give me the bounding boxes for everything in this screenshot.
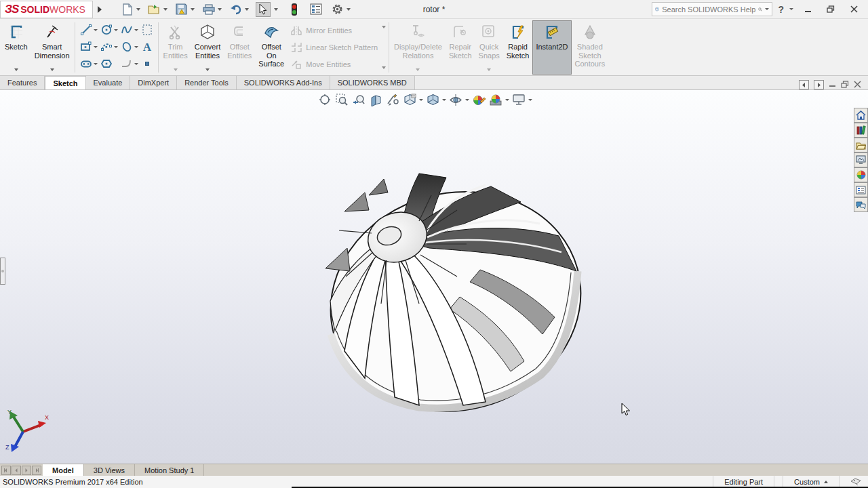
- hide-show-items-icon[interactable]: [448, 92, 463, 107]
- display-delete-relations-button[interactable]: Display/Delete Relations: [391, 20, 446, 75]
- appearances-scenes-icon[interactable]: [854, 167, 868, 182]
- interference-traffic-light-icon[interactable]: [287, 2, 302, 17]
- help-dropdown-caret[interactable]: [789, 8, 793, 10]
- view-settings-caret[interactable]: [528, 99, 532, 101]
- tab-solidworks-mbd[interactable]: SOLIDWORKS MBD: [330, 76, 415, 89]
- quick-snaps-flyout-caret[interactable]: [487, 68, 491, 71]
- view-orientation-caret[interactable]: [419, 99, 423, 101]
- point-tool-icon[interactable]: [141, 58, 153, 71]
- help-search-box[interactable]: ? Search SOLIDWORKS Help: [652, 2, 772, 16]
- 3d-views-tab[interactable]: 3D Views: [84, 464, 135, 476]
- view-settings-icon[interactable]: [511, 92, 526, 107]
- rapid-sketch-button[interactable]: Rapid Sketch: [503, 20, 533, 75]
- move-entities-button[interactable]: Move Entities: [290, 56, 378, 73]
- units-selector[interactable]: Custom: [787, 478, 835, 486]
- rectangle-flyout-caret[interactable]: [94, 46, 98, 48]
- sketch-flyout-caret[interactable]: [14, 68, 18, 71]
- ellipse-tool-icon[interactable]: [121, 41, 133, 54]
- smart-dimension-flyout-caret[interactable]: [50, 68, 54, 71]
- display-delete-flyout-caret[interactable]: [416, 68, 420, 71]
- trim-entities-button[interactable]: Trim Entities: [160, 20, 191, 75]
- display-style-caret[interactable]: [442, 99, 446, 101]
- motion-study-tab[interactable]: Motion Study 1: [135, 464, 204, 476]
- circle-tool-icon[interactable]: [100, 24, 113, 37]
- edit-appearance-icon[interactable]: [471, 92, 486, 107]
- options-gear-icon[interactable]: [330, 2, 345, 17]
- polygon-tool-icon[interactable]: [100, 58, 113, 71]
- tab-render-tools[interactable]: Render Tools: [177, 76, 237, 89]
- display-style-icon[interactable]: [425, 92, 440, 107]
- select-dropdown-caret[interactable]: [272, 2, 280, 17]
- select-tool-icon[interactable]: [256, 2, 271, 17]
- dynamic-annotation-views-icon[interactable]: [385, 92, 400, 107]
- print-icon[interactable]: [201, 2, 216, 17]
- quick-snaps-button[interactable]: Quick Snaps: [475, 20, 503, 75]
- tab-dimxpert[interactable]: DimXpert: [130, 76, 177, 89]
- graphics-area[interactable]: Y X Z: [0, 90, 868, 464]
- rotor-3d-model[interactable]: [324, 168, 589, 419]
- trim-flyout-caret[interactable]: [174, 68, 178, 71]
- slot-tool-icon[interactable]: [80, 58, 92, 71]
- undo-dropdown-caret[interactable]: [245, 8, 249, 11]
- feature-manager-collapsed-handle[interactable]: [0, 258, 5, 285]
- model-tab[interactable]: Model: [43, 464, 84, 476]
- apply-scene-caret[interactable]: [505, 99, 509, 101]
- minimize-button[interactable]: [799, 3, 816, 16]
- sketch-picture-tool-icon[interactable]: [141, 24, 153, 37]
- pattern-flyout-caret-bottom[interactable]: [382, 66, 386, 69]
- tab-scroll-next-icon[interactable]: [22, 466, 31, 475]
- expand-pane-right-icon[interactable]: [814, 80, 824, 89]
- tab-scroll-prev-icon[interactable]: [12, 466, 21, 475]
- instant2d-button[interactable]: Instant2D: [532, 20, 571, 75]
- close-button[interactable]: [845, 3, 863, 16]
- file-properties-icon[interactable]: [309, 2, 323, 17]
- tab-scroll-last-icon[interactable]: [32, 466, 41, 475]
- custom-properties-icon[interactable]: [854, 182, 868, 197]
- search-magnifier-icon[interactable]: [758, 4, 762, 15]
- shaded-sketch-contours-button[interactable]: Shaded Sketch Contours: [572, 20, 609, 75]
- tab-scroll-first-icon[interactable]: [1, 466, 11, 475]
- design-library-icon[interactable]: [854, 123, 868, 138]
- restore-button[interactable]: [822, 3, 840, 16]
- view-palette-icon[interactable]: [854, 152, 868, 167]
- file-explorer-icon[interactable]: [854, 138, 868, 152]
- search-scope-caret[interactable]: [765, 8, 769, 10]
- zoom-to-area-icon[interactable]: [334, 92, 349, 107]
- spline-tool-icon[interactable]: [121, 24, 133, 37]
- linear-sketch-pattern-button[interactable]: Linear Sketch Pattern: [290, 39, 378, 56]
- previous-view-icon[interactable]: [351, 92, 366, 107]
- menu-flyout-arrow-icon[interactable]: [94, 2, 105, 17]
- zoom-to-fit-icon[interactable]: [317, 92, 332, 107]
- tab-evaluate[interactable]: Evaluate: [86, 76, 131, 89]
- slot-flyout-caret[interactable]: [94, 63, 98, 65]
- offset-on-surface-button[interactable]: Offset On Surface: [255, 20, 288, 75]
- fillet-tool-icon[interactable]: [121, 58, 133, 71]
- view-orientation-icon[interactable]: [402, 92, 417, 107]
- save-document-icon[interactable]: [174, 2, 189, 17]
- options-dropdown-caret[interactable]: [347, 8, 351, 11]
- tab-sketch[interactable]: Sketch: [45, 76, 85, 89]
- arc-tool-icon[interactable]: [100, 41, 113, 54]
- rectangle-tool-icon[interactable]: [80, 41, 92, 54]
- sketch-button[interactable]: Sketch: [1, 20, 31, 75]
- convert-entities-button[interactable]: Convert Entities: [191, 20, 224, 75]
- pattern-flyout-caret-top[interactable]: [382, 26, 386, 28]
- search-input[interactable]: Search SOLIDWORKS Help: [662, 5, 755, 14]
- smart-dimension-button[interactable]: Smart Dimension: [31, 20, 73, 75]
- line-flyout-caret[interactable]: [94, 29, 98, 31]
- arc-flyout-caret[interactable]: [114, 46, 118, 48]
- solidworks-resources-home-icon[interactable]: [854, 108, 868, 123]
- repair-sketch-button[interactable]: Repair Sketch: [446, 20, 475, 75]
- line-tool-icon[interactable]: [80, 24, 92, 37]
- mirror-entities-button[interactable]: Mirror Entities: [290, 22, 378, 39]
- help-menu[interactable]: ?: [778, 4, 784, 15]
- tab-features[interactable]: Features: [0, 76, 45, 89]
- ellipse-flyout-caret[interactable]: [134, 46, 138, 48]
- hide-show-items-caret[interactable]: [465, 99, 469, 101]
- print-dropdown-caret[interactable]: [218, 8, 222, 11]
- text-tool-icon[interactable]: A: [141, 41, 153, 54]
- solidworks-forum-icon[interactable]: [854, 197, 868, 212]
- new-document-icon[interactable]: [120, 2, 135, 17]
- offset-entities-button[interactable]: Offset Entities: [224, 20, 255, 75]
- doc-minimize-button[interactable]: [829, 81, 836, 89]
